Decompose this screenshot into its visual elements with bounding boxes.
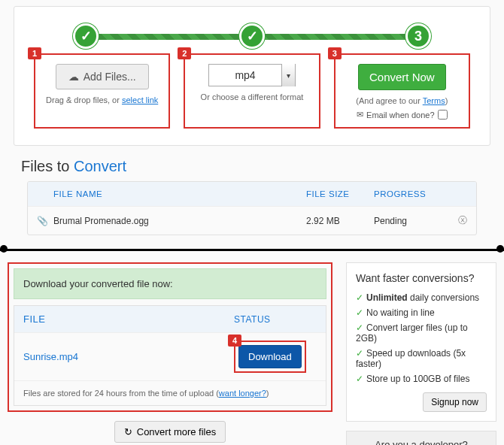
divider-dot-left xyxy=(0,245,8,253)
download-banner: Download your converted file now: xyxy=(14,268,326,299)
list-item: ✓No waiting in line xyxy=(356,305,487,320)
annotation-badge-4: 4 xyxy=(228,335,241,347)
download-table: FILE STATUS Sunrise.mp4 4 Download Files… xyxy=(14,305,326,406)
title-prefix: Files to xyxy=(21,158,74,174)
download-file-name: Sunrise.mp4 xyxy=(23,351,234,362)
step-2-box: 2 mp4 ▾ Or choose a different format xyxy=(184,53,320,129)
download-row: Sunrise.mp4 4 Download xyxy=(14,332,326,380)
files-table: FILE NAME FILE SIZE PROGRESS 📎 Brumal Pr… xyxy=(27,181,477,235)
terms-suffix: ) xyxy=(445,96,448,105)
step-2-circle: ✓ xyxy=(239,23,265,49)
email-when-done-row: ✉ Email when done? xyxy=(343,110,461,120)
download-button[interactable]: Download xyxy=(238,345,302,368)
annotation-badge-3: 3 xyxy=(328,47,342,59)
faster-conversions-promo: Want faster conversions? ✓Unlimited dail… xyxy=(346,262,496,422)
add-files-label: Add Files... xyxy=(83,71,136,83)
convert-more-label: Convert more files xyxy=(137,426,216,437)
email-checkbox[interactable] xyxy=(438,110,448,120)
col-progress: PROGRESS xyxy=(374,189,449,198)
download-table-header: FILE STATUS xyxy=(14,306,326,332)
email-label: Email when done? xyxy=(366,110,435,120)
add-files-button[interactable]: ☁ Add Files... xyxy=(56,64,149,89)
file-size-cell: 2.92 MB xyxy=(306,216,374,226)
step-1-box: 1 ☁ Add Files... Drag & drop files, or s… xyxy=(34,53,170,129)
promo-title: Want faster conversions? xyxy=(356,272,487,284)
drag-drop-text: Drag & drop files, or xyxy=(46,95,122,104)
col-status: STATUS xyxy=(234,314,317,325)
list-item: ✓Speed up downloads (5x faster) xyxy=(356,346,487,371)
download-button-wrap: 4 Download xyxy=(234,341,306,373)
col-file-name: FILE NAME xyxy=(53,189,306,198)
progress-stepper: ✓ ✓ 3 xyxy=(73,20,431,50)
signup-button[interactable]: Signup now xyxy=(423,392,487,412)
check-icon: ✓ xyxy=(356,348,363,359)
upload-cloud-icon: ☁ xyxy=(68,71,79,83)
format-select[interactable]: mp4 ▾ xyxy=(208,64,295,86)
download-panel: Download your converted file now: FILE S… xyxy=(8,262,332,412)
footer-prefix: Files are stored for 24 hours from the t… xyxy=(23,389,219,398)
files-table-header: FILE NAME FILE SIZE PROGRESS xyxy=(28,182,476,206)
col-file-size: FILE SIZE xyxy=(306,189,374,198)
step-1-circle: ✓ xyxy=(73,23,99,49)
step-3-circle: 3 xyxy=(405,23,431,49)
title-accent: Convert xyxy=(74,158,126,174)
attachment-icon: 📎 xyxy=(37,216,53,226)
select-link[interactable]: select link xyxy=(122,95,158,104)
list-item: ✓Convert larger files (up to 2GB) xyxy=(356,320,487,346)
check-icon: ✓ xyxy=(356,374,363,384)
mail-icon: ✉ xyxy=(357,110,363,120)
list-item: ✓Unlimited daily conversions xyxy=(356,290,487,305)
section-divider xyxy=(0,246,504,253)
developer-title: Are you a developer? xyxy=(354,439,488,445)
step-2-subtext: Or choose a different format xyxy=(193,92,311,101)
divider-dot-right xyxy=(496,245,504,253)
list-item: ✓Store up to 100GB of files xyxy=(356,371,487,386)
annotation-badge-1: 1 xyxy=(28,47,41,59)
check-icon: ✓ xyxy=(356,322,363,333)
file-progress-cell: Pending xyxy=(374,216,449,226)
check-icon: ✓ xyxy=(356,292,363,303)
annotation-badge-2: 2 xyxy=(178,47,191,59)
chevron-down-icon: ▾ xyxy=(281,64,295,86)
convert-more-button[interactable]: ↻ Convert more files xyxy=(114,421,226,443)
cancel-file-button[interactable]: ⓧ xyxy=(449,214,467,227)
developer-promo: Are you a developer? If so click here to… xyxy=(346,431,496,445)
file-name-cell: Brumal Promenade.ogg xyxy=(53,216,306,226)
files-to-convert-title: Files to Convert xyxy=(21,158,483,175)
promo-list: ✓Unlimited daily conversions ✓No waiting… xyxy=(356,290,487,386)
refresh-icon: ↻ xyxy=(124,426,132,437)
format-value: mp4 xyxy=(209,69,281,81)
table-row: 📎 Brumal Promenade.ogg 2.92 MB Pending ⓧ xyxy=(28,206,476,235)
terms-text: (And agree to our Terms) xyxy=(343,96,461,105)
step-1-subtext: Drag & drop files, or select link xyxy=(43,95,161,104)
footer-suffix: ) xyxy=(266,389,269,398)
col-file: FILE xyxy=(23,313,234,325)
terms-prefix: (And agree to our xyxy=(356,96,422,105)
want-longer-link[interactable]: want longer? xyxy=(219,389,266,398)
download-footer: Files are stored for 24 hours from the t… xyxy=(14,380,326,405)
step-3-box: 3 Convert Now (And agree to our Terms) ✉… xyxy=(334,53,470,129)
steps-card: ✓ ✓ 3 1 ☁ Add Files... Drag & drop files… xyxy=(14,6,490,146)
check-icon: ✓ xyxy=(356,307,363,318)
terms-link[interactable]: Terms xyxy=(423,96,445,105)
convert-now-button[interactable]: Convert Now xyxy=(358,64,446,90)
